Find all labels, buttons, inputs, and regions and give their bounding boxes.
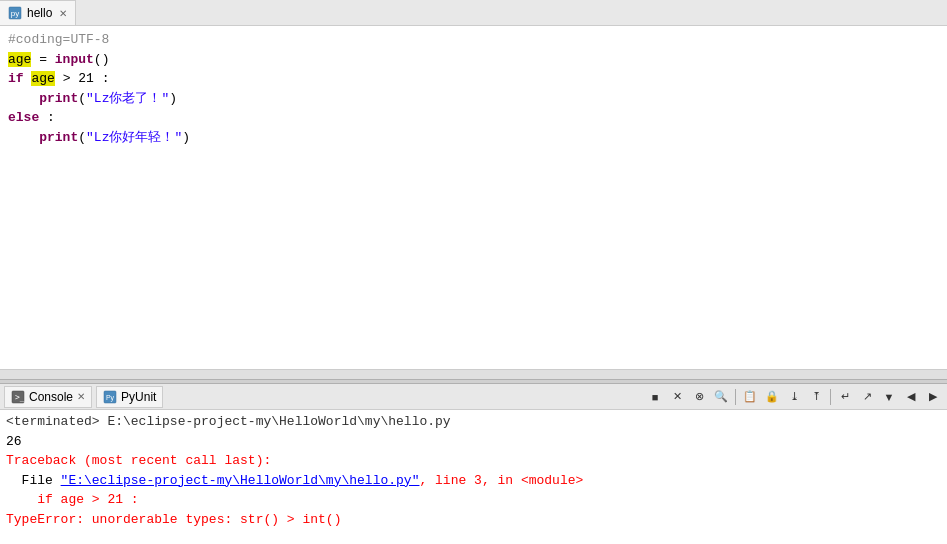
pyunit-icon: Py (103, 390, 117, 404)
console-close-icon[interactable]: ✕ (77, 391, 85, 402)
toolbar-sep-1 (735, 389, 736, 405)
pyunit-tab-label: PyUnit (121, 390, 156, 404)
console-minimize-btn[interactable]: ◀ (901, 387, 921, 407)
traceback-line-3: TypeError: unorderable types: str() > in… (6, 510, 941, 530)
console-output[interactable]: <terminated> E:\eclipse-project-my\Hello… (0, 410, 947, 544)
code-line-5: else : (8, 108, 939, 128)
editor-tab-hello[interactable]: py hello ✕ (0, 0, 76, 25)
svg-text:Py: Py (106, 394, 115, 402)
console-lock-btn[interactable]: 🔒 (762, 387, 782, 407)
console-maximize-btn[interactable]: ▶ (923, 387, 943, 407)
var-age-2: age (31, 71, 54, 86)
console-remove-btn[interactable]: ⊗ (689, 387, 709, 407)
console-word-wrap-btn[interactable]: ↵ (835, 387, 855, 407)
string-2: "Lz你好年轻！" (86, 130, 182, 145)
console-tab-console[interactable]: >_ Console ✕ (4, 386, 92, 408)
traceback-line-0: Traceback (most recent call last): (6, 451, 941, 471)
tab-close-icon[interactable]: ✕ (59, 8, 67, 19)
builtin-print-1: print (39, 91, 78, 106)
console-scroll-start-btn[interactable]: ⤒ (806, 387, 826, 407)
console-toolbar: ■ ✕ ⊗ 🔍 📋 🔒 ⤓ ⤒ ↵ ↗ ▼ ◀ ▶ (645, 387, 943, 407)
console-pin-btn[interactable]: 📋 (740, 387, 760, 407)
code-line-4: print("Lz你老了！") (8, 89, 939, 109)
code-line-3: if age > 21 : (8, 69, 939, 89)
console-tab-pyunit[interactable]: Py PyUnit (96, 386, 163, 408)
var-age-1: age (8, 52, 31, 67)
editor-area[interactable]: #coding=UTF-8 age = input() if age > 21 … (0, 26, 947, 369)
terminated-line: <terminated> E:\eclipse-project-my\Hello… (6, 412, 941, 432)
keyword-else: else (8, 110, 39, 125)
traceback-line-2: if age > 21 : (6, 490, 941, 510)
python-file-icon: py (8, 6, 22, 20)
builtin-print-2: print (39, 130, 78, 145)
console-tab-label: Console (29, 390, 73, 404)
code-line-1: #coding=UTF-8 (8, 30, 939, 50)
string-1: "Lz你老了！" (86, 91, 169, 106)
svg-text:py: py (11, 9, 19, 18)
console-tab-bar: >_ Console ✕ Py PyUnit ■ ✕ ⊗ 🔍 📋 🔒 ⤓ ⤒ ↵ (0, 384, 947, 410)
builtin-input: input (55, 52, 94, 67)
console-scroll-end-btn[interactable]: ⤓ (784, 387, 804, 407)
tab-label: hello (27, 6, 52, 20)
code-line-6: print("Lz你好年轻！") (8, 128, 939, 148)
console-stop-btn[interactable]: ■ (645, 387, 665, 407)
console-close-btn[interactable]: ✕ (667, 387, 687, 407)
editor-scrollbar[interactable] (0, 369, 947, 379)
console-panel: >_ Console ✕ Py PyUnit ■ ✕ ⊗ 🔍 📋 🔒 ⤓ ⤒ ↵ (0, 384, 947, 544)
console-icon: >_ (11, 390, 25, 404)
console-open-btn[interactable]: ↗ (857, 387, 877, 407)
keyword-if: if (8, 71, 24, 86)
toolbar-sep-2 (830, 389, 831, 405)
svg-text:>_: >_ (15, 393, 25, 402)
traceback-line-1: File "E:\eclipse-project-my\HelloWorld\m… (6, 471, 941, 491)
error-file-link[interactable]: "E:\eclipse-project-my\HelloWorld\my\hel… (61, 473, 420, 488)
editor-content: #coding=UTF-8 age = input() if age > 21 … (0, 26, 947, 151)
code-line-2: age = input() (8, 50, 939, 70)
output-number: 26 (6, 432, 941, 452)
editor-tab-bar: py hello ✕ (0, 0, 947, 26)
console-view-menu-btn[interactable]: ▼ (879, 387, 899, 407)
error-location: , line 3, in <module> (419, 473, 583, 488)
console-search-btn[interactable]: 🔍 (711, 387, 731, 407)
